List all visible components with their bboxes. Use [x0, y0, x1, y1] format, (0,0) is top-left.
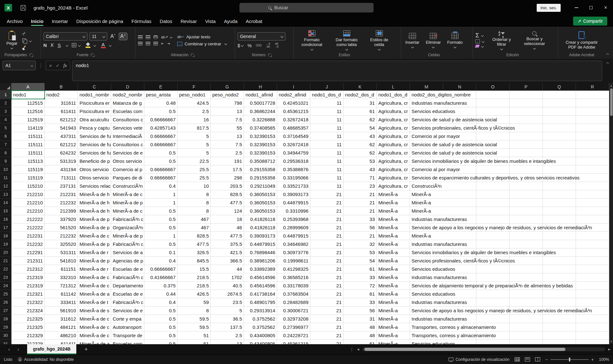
cell-F6[interactable]: 5 — [178, 132, 211, 140]
cell-B30[interactable]: 486210 — [45, 331, 78, 340]
cell-K27[interactable]: 56 — [344, 307, 377, 315]
cell-M4[interactable]: Servicios de salud y de asistencia socia… — [410, 116, 443, 124]
cell-N15[interactable] — [443, 207, 476, 215]
column-header-G[interactable]: G — [211, 83, 244, 91]
decrease-indent-button[interactable]: ⇤ — [161, 42, 164, 46]
row-header-20[interactable]: 20 — [0, 248, 11, 257]
cell-A19[interactable]: 212232 — [11, 240, 45, 248]
borders-button[interactable] — [72, 43, 80, 47]
cell-A17[interactable]: 212222 — [11, 224, 45, 232]
column-header-B[interactable]: B — [45, 83, 78, 91]
cell-Q8[interactable] — [543, 149, 576, 157]
cell-G26[interactable]: 23.5 — [211, 298, 244, 307]
cell-O1[interactable] — [476, 91, 510, 99]
cell-A29[interactable]: 212325 — [11, 323, 45, 331]
cell-H12[interactable]: 0.29211049 — [244, 182, 277, 190]
cell-M18[interactable]: MinerÃ-a — [410, 232, 443, 240]
cell-A27[interactable]: 212324 — [11, 307, 45, 315]
increase-indent-button[interactable]: ⇥ — [167, 42, 170, 46]
cell-J24[interactable]: 21 — [310, 282, 344, 290]
cell-M6[interactable]: Comercio al por mayor — [410, 132, 443, 140]
cell-L29[interactable]: MinerÃ-a — [377, 323, 410, 331]
cell-F4[interactable]: 16 — [178, 116, 211, 124]
cell-Q21[interactable] — [543, 257, 576, 265]
cell-C30[interactable]: MinerÃ-a de c — [78, 331, 111, 340]
row-header-21[interactable]: 21 — [0, 257, 11, 265]
delete-cells-button[interactable]: × Eliminar — [424, 32, 443, 49]
cell-E29[interactable]: 0.5 — [144, 323, 178, 331]
share-button[interactable]: ↗ Compartir — [573, 17, 607, 26]
cell-H13[interactable]: 0.36050153 — [244, 190, 277, 199]
cell-O10[interactable] — [476, 165, 510, 174]
cell-C9[interactable]: Beneficio de p — [78, 157, 111, 165]
cell-P4[interactable] — [510, 116, 543, 124]
cell-G30[interactable]: 2.5 — [211, 331, 244, 340]
cell-G6[interactable]: 13 — [211, 132, 244, 140]
cell-K14[interactable]: 21 — [344, 199, 377, 207]
column-header-A[interactable]: A — [11, 83, 45, 91]
cell-G15[interactable]: 124 — [211, 207, 244, 215]
cell-A31[interactable]: 212329 — [11, 340, 45, 344]
scroll-left-icon[interactable]: ◀ — [357, 348, 359, 351]
cell-A3[interactable]: 112516 — [11, 107, 45, 116]
cell-D4[interactable]: Consultorios c — [111, 116, 144, 124]
cell-R7[interactable] — [576, 140, 609, 149]
cell-H24[interactable]: 0.45614596 — [244, 282, 277, 290]
orientation-button[interactable]: ab↗ — [161, 35, 172, 39]
cell-Q10[interactable] — [543, 165, 576, 174]
cell-R15[interactable] — [576, 207, 609, 215]
cell-R24[interactable] — [576, 282, 609, 290]
cell-M25[interactable]: Servicios educativos — [410, 290, 443, 298]
cell-J12[interactable]: 11 — [310, 182, 344, 190]
name-box[interactable]: A1 — [3, 61, 36, 70]
cell-H22[interactable]: 0.33892389 — [244, 265, 277, 273]
column-header-J[interactable]: J — [310, 83, 344, 91]
row-header-23[interactable]: 23 — [0, 273, 11, 282]
cell-R10[interactable] — [576, 165, 609, 174]
cell-F2[interactable]: 424.5 — [178, 99, 211, 107]
cell-M30[interactable]: Transportes, correos y almacenamiento — [410, 331, 443, 340]
cell-I30[interactable]: 0.24228721 — [277, 331, 310, 340]
cell-M19[interactable]: Industrias manufactureras — [410, 240, 443, 248]
cell-H15[interactable]: 0.36050153 — [244, 207, 277, 215]
cell-P25[interactable] — [510, 290, 543, 298]
cell-G18[interactable]: 477.5 — [211, 232, 244, 240]
zoom-thumb[interactable] — [569, 358, 570, 361]
formula-input[interactable]: nodo1 — [72, 61, 602, 81]
cell-I28[interactable]: 0.32973208 — [277, 315, 310, 323]
cell-C26[interactable]: MinerÃ-a de t — [78, 298, 111, 307]
cell-E25[interactable]: 0.44 — [144, 290, 178, 298]
cell-E14[interactable]: 1 — [144, 199, 178, 207]
cell-I6[interactable]: 0.37164549 — [277, 132, 310, 140]
column-header-E[interactable]: E — [144, 83, 178, 91]
cell-P31[interactable] — [510, 340, 543, 344]
cell-C31[interactable]: MinerÃ-a de a — [78, 340, 111, 344]
cell-B7[interactable]: 621212 — [45, 140, 78, 149]
cell-C27[interactable]: MinerÃ-a de s — [78, 307, 111, 315]
cell-R12[interactable] — [576, 182, 609, 190]
cell-P15[interactable] — [510, 207, 543, 215]
cell-I22[interactable]: 0.41298325 — [277, 265, 310, 273]
cell-O19[interactable] — [476, 240, 510, 248]
cell-D14[interactable]: MinerÃ-a de p — [111, 199, 144, 207]
cell-L24[interactable]: MinerÃ-a — [377, 282, 410, 290]
cell-L26[interactable]: MinerÃ-a — [377, 298, 410, 307]
cell-B29[interactable]: 484121 — [45, 323, 78, 331]
cell-O26[interactable] — [476, 298, 510, 307]
cell-E20[interactable]: 0.1 — [144, 248, 178, 257]
cell-P16[interactable] — [510, 215, 543, 224]
cell-K24[interactable]: 72 — [344, 282, 377, 290]
column-header-D[interactable]: D — [111, 83, 144, 91]
cell-R4[interactable] — [576, 116, 609, 124]
cell-K17[interactable]: 56 — [344, 224, 377, 232]
cell-H1[interactable]: nodo1_afinid — [244, 91, 277, 99]
cell-Q29[interactable] — [543, 323, 576, 331]
cell-Q30[interactable] — [543, 331, 576, 340]
cell-F24[interactable]: 218.5 — [178, 282, 211, 290]
cell-O12[interactable] — [476, 182, 510, 190]
cell-F27[interactable]: 8 — [178, 307, 211, 315]
cell-C25[interactable]: MinerÃ-a de a — [78, 290, 111, 298]
cell-M7[interactable]: Servicios de salud y de asistencia socia… — [410, 140, 443, 149]
cell-R8[interactable] — [576, 149, 609, 157]
cell-Q23[interactable] — [543, 273, 576, 282]
